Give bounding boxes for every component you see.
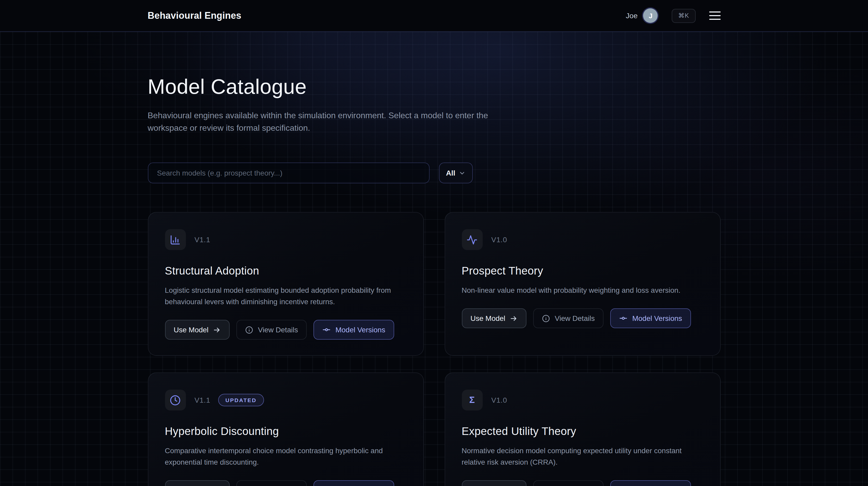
model-icon-box [462,229,483,250]
model-versions-button[interactable]: Model Versions [313,320,394,340]
git-commit-icon [619,314,627,323]
model-title: Prospect Theory [462,264,703,278]
menu-icon[interactable] [709,11,720,20]
search-row: All [148,162,720,183]
status-badge: UPDATED [218,394,264,406]
filter-dropdown[interactable]: All [439,162,473,183]
view-details-button[interactable]: View Details [237,320,307,340]
model-versions-button[interactable]: Model Versions [610,308,691,328]
shortcut-label: ⌘K [678,12,689,19]
activity-icon [467,234,477,245]
clock-icon [170,395,181,405]
bar-chart-icon [170,234,181,245]
use-model-label: Use Model [470,314,505,323]
model-versions-label: Model Versions [632,314,682,323]
model-icon-box [165,229,186,250]
model-version: V1.0 [491,396,507,404]
model-card: V1.1 UPDATED Hyperbolic Discounting Comp… [148,372,424,486]
view-details-label: View Details [258,326,298,334]
model-versions-button[interactable]: Model Versions [610,480,691,486]
view-details-label: View Details [555,314,595,323]
brand-logo[interactable]: Behavioural Engines [148,10,241,21]
card-header: V1.0 [462,229,703,250]
page-subtitle: Behavioural engines available within the… [148,110,492,134]
card-header: Σ V1.0 [462,390,703,411]
model-title: Expected Utility Theory [462,425,703,438]
card-actions: Use Model View Details Model Versions [165,480,406,486]
page-title: Model Catalogue [148,75,720,98]
git-commit-icon [322,326,331,334]
chevron-down-icon [459,170,466,176]
use-model-button[interactable]: Use Model [462,308,527,328]
card-header: V1.1 [165,229,406,250]
model-version: V1.1 [194,236,210,244]
model-description: Logistic structural model estimating bou… [165,284,406,307]
card-actions: Use Model View Details Model Versions [165,320,406,340]
view-details-button[interactable]: View Details [533,308,604,328]
card-header: V1.1 UPDATED [165,390,406,411]
header-actions: Joe J ⌘K [626,8,720,23]
use-model-button[interactable]: Use Model [165,320,230,340]
model-versions-label: Model Versions [335,326,385,334]
arrow-right-icon [213,326,221,334]
model-card: V1.1 Structural Adoption Logistic struct… [148,212,424,356]
use-model-button[interactable]: Use Model [165,480,230,486]
top-nav: Behavioural Engines Joe J ⌘K [0,0,868,32]
model-title: Structural Adoption [165,264,406,278]
model-description: Comparative intertemporal choice model c… [165,445,406,468]
model-version: V1.0 [491,236,507,244]
use-model-button[interactable]: Use Model [462,480,527,486]
card-actions: Use Model View Details Model Versions [462,480,703,486]
model-description: Non-linear value model with probability … [462,284,703,296]
command-palette-shortcut[interactable]: ⌘K [672,9,695,23]
use-model-label: Use Model [174,326,209,334]
search-input[interactable] [148,162,429,183]
model-card-grid: V1.1 Structural Adoption Logistic struct… [148,212,720,486]
avatar[interactable]: J [643,8,658,23]
model-description: Normative decision model computing expec… [462,445,703,468]
model-icon-box [165,390,186,411]
view-details-button[interactable]: View Details [237,480,307,486]
app-root: Behavioural Engines Joe J ⌘K Model Catal… [0,0,868,486]
model-card: V1.0 Prospect Theory Non-linear value mo… [444,212,720,356]
info-icon [542,314,550,322]
model-card: Σ V1.0 Expected Utility Theory Normative… [444,372,720,486]
model-versions-button[interactable]: Model Versions [313,480,394,486]
sigma-icon: Σ [467,395,477,405]
model-title: Hyperbolic Discounting [165,425,406,438]
model-version: V1.1 [194,396,210,404]
arrow-right-icon [510,314,518,322]
svg-text:Σ: Σ [469,395,475,404]
user-name: Joe [626,11,638,20]
view-details-button[interactable]: View Details [533,480,604,486]
filter-label: All [446,169,455,177]
info-icon [246,326,253,334]
model-icon-box: Σ [462,390,483,411]
card-actions: Use Model View Details Model Versions [462,308,703,328]
